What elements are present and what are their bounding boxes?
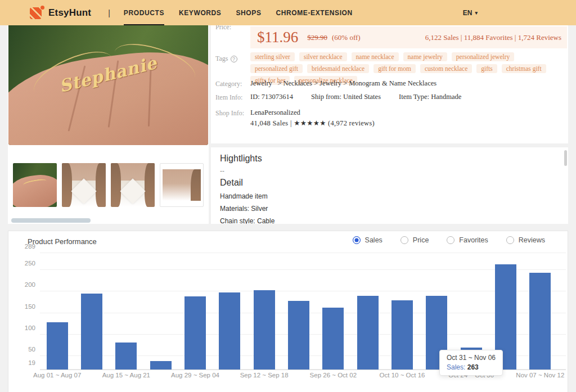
metric-radio-sales[interactable]: Sales	[353, 236, 382, 244]
bar-sep-12-sep-18[interactable]	[254, 290, 275, 370]
tag-chip[interactable]: personalized gift	[250, 64, 303, 73]
current-price: $11.96	[257, 29, 298, 46]
hand-shape	[13, 172, 57, 207]
shop-info-label: Shop Info:	[215, 109, 244, 118]
category-label: Category:	[215, 80, 242, 88]
panel-scrollbar[interactable]	[564, 150, 567, 166]
y-axis-tick: 50	[13, 346, 35, 353]
vneck-shape	[120, 178, 145, 204]
y-axis-tick: 289	[13, 243, 35, 250]
bar-aug-15-aug-21[interactable]	[115, 343, 137, 370]
nav-item-chrome-extension[interactable]: CHROME-EXTENSION	[276, 0, 353, 25]
item-info-part: ID: 713073614	[250, 93, 293, 101]
bar-nov-07-nov-12[interactable]	[529, 273, 551, 370]
metric-radio-group: SalesPriceFavoritesReviews	[353, 236, 545, 244]
radio-icon[interactable]	[400, 236, 408, 244]
bar-aug-01-aug-07[interactable]	[47, 322, 68, 370]
chart-tooltip: Oct 31 ~ Nov 06 Sales: 263	[439, 350, 503, 376]
radio-icon[interactable]	[506, 236, 514, 244]
detail-title: Detail	[220, 178, 559, 188]
metric-radio-favorites[interactable]: Favorites	[447, 236, 488, 244]
x-axis-tick: Aug 15 ~ Aug 21	[87, 372, 165, 379]
item-info-values: ID: 713073614Ship from: United StatesIte…	[250, 93, 461, 101]
brand[interactable]: EtsyHunt	[30, 6, 91, 20]
tooltip-value-line: Sales: 263	[447, 363, 496, 371]
nav-item-shops[interactable]: SHOPS	[236, 0, 261, 25]
tag-chip[interactable]: christmas gift	[502, 64, 546, 73]
gridline	[40, 253, 566, 253]
shop-name[interactable]: LenaPersonalized	[250, 109, 300, 117]
tag-chip[interactable]: gift for mom	[374, 64, 416, 73]
y-axis-tick: 150	[13, 303, 35, 310]
tag-chip[interactable]: name jewelry	[403, 52, 447, 61]
brand-name[interactable]: EtsyHunt	[48, 7, 91, 19]
thumbnail-scrollbar[interactable]	[11, 218, 91, 223]
category-breadcrumb[interactable]: Jewelry > Necklaces > Jewelry > Monogram…	[250, 79, 436, 88]
tag-chip[interactable]: gifts	[476, 64, 497, 73]
y-axis-tick: 250	[13, 260, 35, 267]
highlights-value: --	[220, 167, 559, 175]
tooltip-date-range: Oct 31 ~ Nov 06	[447, 354, 496, 362]
etsyhunt-logo-icon	[30, 6, 44, 20]
detail-line: Chain style: Cable	[220, 217, 559, 224]
metric-radio-reviews[interactable]: Reviews	[506, 236, 545, 244]
thumbnail-2[interactable]	[62, 163, 106, 207]
tags-label-text: Tags	[215, 55, 228, 63]
bar-aug-08-aug-14[interactable]	[81, 294, 102, 370]
x-axis-tick: Sep 26 ~ Oct 02	[294, 372, 372, 379]
product-info-panel: Price: $11.96 $29.90 (60% off) 6,122 Sal…	[211, 25, 568, 143]
original-price: $29.90	[307, 33, 327, 42]
gridline	[40, 291, 566, 291]
thumbnail-3[interactable]	[111, 163, 155, 207]
language-label: EN	[463, 9, 472, 17]
tooltip-metric-label: Sales	[447, 363, 464, 371]
tag-chip[interactable]: sterling silver	[250, 52, 295, 61]
language-selector[interactable]: EN ▾	[463, 0, 478, 25]
x-axis-tick: Sep 12 ~ Sep 18	[225, 372, 304, 379]
metric-label: Reviews	[519, 236, 545, 244]
metric-label: Sales	[365, 236, 382, 244]
detail-line: Handmade item	[220, 192, 559, 200]
nav-item-keywords[interactable]: KEYWORDS	[179, 0, 221, 25]
top-navbar: EtsyHunt | PRODUCTSKEYWORDSSHOPSCHROME-E…	[0, 0, 576, 25]
bar-aug-22-aug-28[interactable]	[150, 361, 172, 370]
hair-shape	[145, 163, 155, 207]
bar-sep-19-sep-25[interactable]	[288, 301, 309, 370]
item-info-part: Ship from: United States	[311, 93, 381, 101]
tag-chip[interactable]: name necklace	[352, 52, 399, 61]
tag-chip[interactable]: personalized jewelry	[452, 52, 514, 61]
item-info-part: Item Type: Handmade	[399, 93, 461, 101]
highlights-title: Hightlights	[220, 154, 559, 164]
y-axis-tick: 100	[13, 325, 35, 331]
bar-sep-26-oct-02[interactable]	[322, 308, 344, 370]
radio-icon[interactable]	[353, 236, 361, 244]
nav-item-products[interactable]: PRODUCTS	[124, 0, 164, 25]
metric-radio-price[interactable]: Price	[400, 236, 429, 244]
bar-sep-05-sep-11[interactable]	[219, 292, 240, 370]
metric-label: Favorites	[459, 236, 488, 244]
main-product-photo[interactable]: Stephanie	[8, 25, 208, 145]
detail-line: Materials: Silver	[220, 205, 559, 213]
tag-chip[interactable]: custom necklace	[420, 64, 472, 73]
x-axis-tick: Aug 29 ~ Sep 04	[156, 372, 235, 379]
hair-shape	[111, 163, 121, 207]
bar-oct-03-oct-09[interactable]	[357, 296, 379, 370]
y-axis-tick: 200	[13, 281, 35, 288]
logo-dot	[40, 6, 44, 10]
thumbnail-4[interactable]	[160, 163, 204, 207]
radio-icon[interactable]	[447, 236, 454, 244]
tag-chip[interactable]: bridesmaid necklace	[307, 64, 369, 73]
chevron-down-icon: ▾	[475, 10, 478, 16]
sales-favorites-reviews: 6,122 Sales | 11,884 Favorites | 1,724 R…	[425, 33, 561, 42]
hair-shape	[191, 169, 201, 201]
price-box: $11.96 $29.90 (60% off) 6,122 Sales | 11…	[250, 26, 567, 48]
tag-chip[interactable]: silver necklace	[299, 52, 347, 61]
help-icon[interactable]: ?	[231, 56, 237, 62]
tags-label: Tags ?	[215, 55, 237, 63]
thumbnail-1[interactable]	[13, 163, 57, 207]
nav-divider: |	[108, 8, 110, 17]
bar-aug-29-sep-04[interactable]	[184, 296, 206, 370]
highlights-detail-panel: Hightlights -- Detail Handmade itemMater…	[211, 147, 568, 224]
bar-oct-10-oct-16[interactable]	[392, 300, 413, 370]
hair-shape	[96, 163, 106, 207]
